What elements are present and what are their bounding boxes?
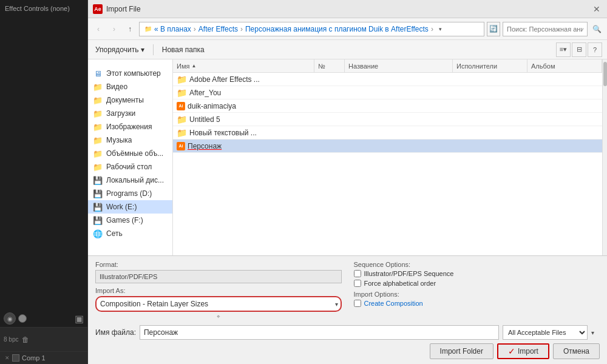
sidebar-label: Видео — [106, 83, 127, 91]
sidebar-icon: 📁 — [93, 122, 103, 132]
import-as-wrapper: Composition - Retain Layer SizesComposit… — [95, 296, 342, 312]
col-header-artist[interactable]: Исполнители — [453, 59, 527, 72]
create-comp-link[interactable]: Create Composition — [364, 300, 423, 307]
sidebar-item-объёмные-объ...[interactable]: 📁Объёмные объ... — [88, 147, 172, 160]
view-btn-list[interactable]: ≡▾ — [556, 42, 571, 57]
file-list-container: Имя ▲ № Название Исполнители Альбом — [173, 59, 602, 255]
ae-bottom-bpc: 8 bpc — [4, 336, 18, 343]
table-row[interactable]: 📁 After_You — [173, 86, 602, 99]
back-button[interactable]: ‹ — [92, 22, 105, 36]
sidebar-item-этот-компьютер[interactable]: 🖥Этот компьютер — [88, 67, 172, 80]
folder-icon: 📁 — [177, 75, 187, 84]
ae-logo-icon: Ae — [93, 4, 103, 14]
organize-button[interactable]: Упорядочить ▾ — [93, 44, 147, 55]
view-buttons: ≡▾ ⊟ ? — [556, 42, 602, 57]
breadcrumb-dropdown[interactable]: ▾ — [436, 24, 446, 34]
refresh-button[interactable]: 🔄 — [487, 22, 500, 36]
sidebar-label: Музыка — [106, 136, 132, 144]
sidebar-item-сеть[interactable]: 🌐Сеть — [88, 227, 172, 240]
ai-file-icon: Ai — [177, 102, 185, 110]
sidebar-icon: 💾 — [93, 175, 103, 185]
dialog-titlebar: Ae Import File ✕ — [88, 0, 607, 18]
sidebar-item-programs-(d:)[interactable]: 💾Programs (D:) — [88, 187, 172, 200]
format-input — [95, 270, 342, 283]
action-row: Import Folder Import Отмена — [95, 343, 600, 359]
scroll-thumb[interactable] — [603, 62, 607, 86]
table-row[interactable]: 📁 Untitled 5 — [173, 113, 602, 126]
sidebar-item-games-(f:)[interactable]: 💾Games (F:) — [88, 214, 172, 227]
col-header-title[interactable]: Название — [345, 59, 453, 72]
sidebar-item-локальный-дис..[interactable]: 💾Локальный дис... — [88, 174, 172, 187]
help-button[interactable]: ? — [588, 42, 602, 57]
import-folder-button[interactable]: Import Folder — [430, 343, 493, 359]
sidebar-item-документы[interactable]: 📁Документы — [88, 93, 172, 107]
sidebar-icon: 📁 — [93, 82, 103, 92]
breadcrumb-part-3[interactable]: Персонажная анимация с плагином Duik в A… — [245, 25, 429, 33]
ae-small-btn-1[interactable]: ◉ — [4, 312, 16, 325]
sidebar-item-загрузки[interactable]: 📁Загрузки — [88, 107, 172, 120]
scrollbar[interactable] — [602, 59, 607, 255]
sidebar-icon: 💾 — [93, 215, 103, 225]
forward-button[interactable]: › — [107, 22, 121, 36]
sidebar: 🖥Этот компьютер📁Видео📁Документы📁Загрузки… — [88, 59, 173, 255]
filetype-select[interactable]: All Acceptable Files — [503, 325, 588, 340]
breadcrumb[interactable]: 📁 « В планах › After Effects › Персонажн… — [139, 22, 484, 36]
sidebar-label: Документы — [106, 96, 144, 104]
sidebar-label: Изображения — [106, 123, 152, 131]
options-left: Format: Import As: Composition - Retain … — [95, 261, 342, 320]
force-alpha-row: Force alphabetical order — [354, 280, 600, 287]
sidebar-icon: 💾 — [93, 189, 103, 198]
ae-small-btn-3[interactable]: ▣ — [75, 313, 84, 325]
search-input[interactable] — [503, 22, 588, 36]
import-button[interactable]: Import — [497, 343, 549, 359]
seq-checkbox-label: Illustrator/PDF/EPS Sequence — [364, 270, 454, 277]
sidebar-item-рабочий-стол[interactable]: 📁Рабочий стол — [88, 160, 172, 174]
filename-row: Имя файла: All Acceptable Files ▾ — [95, 325, 600, 340]
file-name-cell: 📁 Untitled 5 — [173, 115, 314, 124]
cancel-button[interactable]: Отмена — [553, 343, 600, 359]
seq-checkbox[interactable] — [354, 270, 361, 277]
up-button[interactable]: ↑ — [123, 22, 137, 36]
nav-bar: ‹ › ↑ 📁 « В планах › After Effects › Пер… — [88, 18, 607, 40]
sidebar-label: Рабочий стол — [106, 163, 152, 171]
view-btn-details[interactable]: ⊟ — [572, 42, 586, 57]
filename-input[interactable] — [140, 325, 499, 340]
table-row[interactable]: 📁 Adobe After Effects ... — [173, 73, 602, 86]
import-as-label: Import As: — [95, 287, 342, 294]
col-header-album[interactable]: Альбом — [527, 59, 602, 72]
sidebar-label: Сеть — [106, 229, 123, 238]
folder-icon: 📁 — [177, 115, 187, 124]
col-header-num[interactable]: № — [314, 59, 345, 72]
sidebar-item-видео[interactable]: 📁Видео — [88, 80, 172, 93]
file-list: 📁 Adobe After Effects ... 📁 After_You Ai… — [173, 73, 602, 255]
sidebar-item-work-(e:)[interactable]: 💾Work (E:) — [88, 200, 172, 214]
search-button[interactable]: 🔍 — [590, 22, 603, 36]
sidebar-label: Этот компьютер — [106, 69, 161, 78]
comp-label: Comp 1 — [22, 354, 46, 362]
sidebar-icon: 💾 — [93, 202, 103, 212]
breadcrumb-part-2[interactable]: After Effects — [198, 25, 238, 33]
breadcrumb-part-1[interactable]: « В планах — [154, 25, 191, 33]
close-button[interactable]: ✕ — [591, 4, 602, 15]
dialog-title: Import File — [106, 5, 141, 13]
new-folder-button[interactable]: Новая папка — [160, 44, 207, 55]
ae-small-btn-2[interactable] — [18, 314, 27, 323]
create-comp-checkbox[interactable] — [354, 300, 361, 307]
file-list-header: Имя ▲ № Название Исполнители Альбом — [173, 59, 602, 73]
sidebar-item-изображения[interactable]: 📁Изображения — [88, 120, 172, 133]
col-header-name[interactable]: Имя ▲ — [173, 59, 314, 72]
comp-bar: ✕ Comp 1 — [0, 351, 87, 364]
folder-icon: 📁 — [177, 88, 187, 98]
table-row[interactable]: Ai duik-animaciya — [173, 99, 602, 113]
table-row[interactable]: Ai Персонаж — [173, 140, 602, 153]
ae-panel-title: Effect Controls (none) — [0, 0, 87, 15]
sidebar-icon: 📁 — [93, 162, 103, 172]
import-as-select[interactable]: Composition - Retain Layer SizesComposit… — [95, 296, 342, 312]
sequence-options-label: Sequence Options: — [354, 261, 600, 268]
table-row[interactable]: 📁 Новый текстовый ... — [173, 126, 602, 140]
sidebar-label: Programs (D:) — [106, 189, 152, 198]
ae-trash-icon[interactable]: 🗑 — [22, 335, 29, 344]
sidebar-item-музыка[interactable]: 📁Музыка — [88, 133, 172, 147]
sidebar-icon: 🌐 — [93, 229, 103, 238]
force-alpha-checkbox[interactable] — [354, 280, 361, 287]
